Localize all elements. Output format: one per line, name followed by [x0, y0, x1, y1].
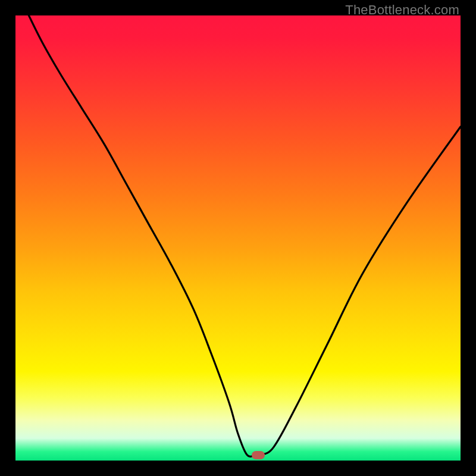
optimal-marker: [252, 451, 265, 459]
chart-frame: TheBottleneck.com: [0, 0, 476, 476]
plot-area: [15, 15, 461, 461]
bottleneck-curve: [15, 15, 461, 461]
